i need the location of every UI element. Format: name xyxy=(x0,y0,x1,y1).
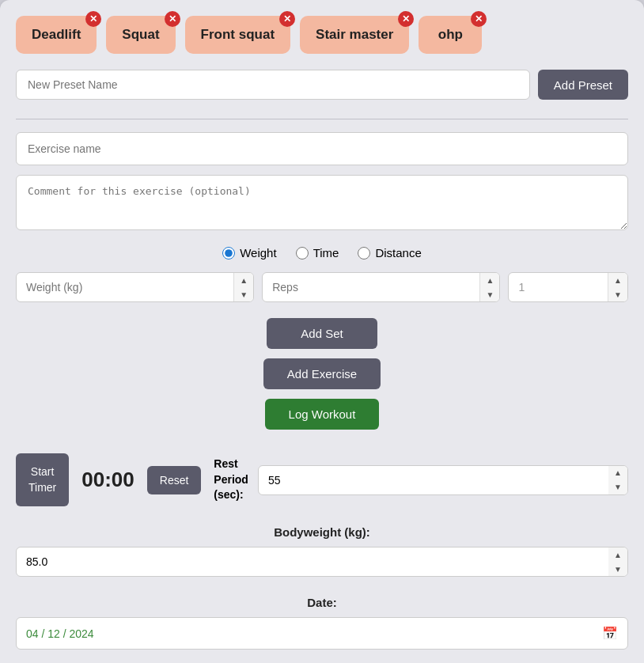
timer-display: 00:00 xyxy=(81,468,134,492)
preset-label-front-squat: Front squat xyxy=(201,27,275,42)
rest-period-label: RestPeriod(sec): xyxy=(214,457,248,503)
date-label: Date: xyxy=(16,596,628,609)
bodyweight-spin-up[interactable]: ▲ xyxy=(608,547,627,562)
rest-period-input-wrap: ▲ ▼ xyxy=(258,465,628,495)
add-exercise-button[interactable]: Add Exercise xyxy=(263,358,381,389)
reps-spin-down[interactable]: ▼ xyxy=(480,287,499,301)
preset-chip-deadlift[interactable]: Deadlift ✕ xyxy=(16,16,97,54)
set-inputs-row: ▲ ▼ ▲ ▼ ▲ ▼ xyxy=(16,272,628,302)
bodyweight-spin-down[interactable]: ▼ xyxy=(608,562,627,576)
presets-row: Deadlift ✕ Squat ✕ Front squat ✕ Stair m… xyxy=(16,16,628,54)
bodyweight-input-wrap: ▲ ▼ xyxy=(16,547,628,577)
preset-label-deadlift: Deadlift xyxy=(32,27,81,42)
preset-chip-front-squat[interactable]: Front squat ✕ xyxy=(185,16,291,54)
date-input-wrap: 📅 xyxy=(16,617,628,650)
action-buttons: Add Set Add Exercise Log Workout xyxy=(16,318,628,430)
remove-preset-stair-master[interactable]: ✕ xyxy=(398,11,414,27)
bodyweight-spin-btns: ▲ ▼ xyxy=(608,547,627,576)
exercise-comment-textarea[interactable] xyxy=(16,175,628,230)
exercise-name-input[interactable] xyxy=(16,132,628,165)
remove-preset-ohp[interactable]: ✕ xyxy=(471,11,487,27)
log-workout-button[interactable]: Log Workout xyxy=(265,399,380,430)
preset-label-squat: Squat xyxy=(122,27,159,42)
calendar-icon[interactable]: 📅 xyxy=(593,618,627,649)
reps-spin-up[interactable]: ▲ xyxy=(480,273,499,287)
radio-distance-label: Distance xyxy=(375,246,421,260)
preset-chip-stair-master[interactable]: Stair master ✕ xyxy=(300,16,409,54)
timer-section: StartTimer 00:00 Reset RestPeriod(sec): … xyxy=(16,453,628,506)
preset-label-ohp: ohp xyxy=(438,27,463,42)
section-divider xyxy=(16,119,628,119)
start-timer-button[interactable]: StartTimer xyxy=(16,453,69,506)
count-input[interactable] xyxy=(509,273,608,301)
add-preset-button[interactable]: Add Preset xyxy=(538,70,628,100)
metric-radio-group: Weight Time Distance xyxy=(16,246,628,260)
radio-distance[interactable]: Distance xyxy=(358,246,421,260)
app-container: Deadlift ✕ Squat ✕ Front squat ✕ Stair m… xyxy=(0,0,644,663)
radio-time[interactable]: Time xyxy=(296,246,339,260)
count-spin-up[interactable]: ▲ xyxy=(608,273,627,287)
reset-timer-button[interactable]: Reset xyxy=(147,466,202,494)
radio-weight-input[interactable] xyxy=(222,247,235,260)
radio-time-label: Time xyxy=(313,246,339,260)
add-set-button[interactable]: Add Set xyxy=(267,318,377,349)
reps-input[interactable] xyxy=(263,273,479,301)
weight-spin-up[interactable]: ▲ xyxy=(234,273,253,287)
radio-time-input[interactable] xyxy=(296,247,309,260)
radio-distance-input[interactable] xyxy=(358,247,370,260)
rest-period-input[interactable] xyxy=(259,466,608,494)
new-preset-input[interactable] xyxy=(16,70,530,100)
weight-input-group: ▲ ▼ xyxy=(16,272,254,302)
new-preset-row: Add Preset xyxy=(16,70,628,100)
date-input[interactable] xyxy=(17,619,593,648)
remove-preset-deadlift[interactable]: ✕ xyxy=(85,11,101,27)
rest-spin-btns: ▲ ▼ xyxy=(608,466,627,494)
rest-spin-up[interactable]: ▲ xyxy=(608,466,627,480)
bodyweight-input[interactable] xyxy=(17,547,608,576)
date-section: Date: 📅 xyxy=(16,596,628,650)
bodyweight-section: Bodyweight (kg): ▲ ▼ xyxy=(16,525,628,577)
weight-input[interactable] xyxy=(17,273,233,301)
preset-chip-ohp[interactable]: ohp ✕ xyxy=(419,16,482,54)
radio-weight-label: Weight xyxy=(240,246,276,260)
rest-spin-down[interactable]: ▼ xyxy=(608,480,627,494)
rest-period-group: RestPeriod(sec): ▲ ▼ xyxy=(214,457,628,503)
preset-chip-squat[interactable]: Squat ✕ xyxy=(106,16,175,54)
preset-label-stair-master: Stair master xyxy=(316,27,393,42)
weight-spin-down[interactable]: ▼ xyxy=(234,287,253,301)
remove-preset-front-squat[interactable]: ✕ xyxy=(279,11,295,27)
bodyweight-label: Bodyweight (kg): xyxy=(16,525,628,539)
reps-spin-btns: ▲ ▼ xyxy=(479,273,499,301)
count-spin-btns: ▲ ▼ xyxy=(608,273,627,301)
radio-weight[interactable]: Weight xyxy=(222,246,276,260)
count-spin-down[interactable]: ▼ xyxy=(608,287,627,301)
reps-input-group: ▲ ▼ xyxy=(262,272,500,302)
weight-spin-btns: ▲ ▼ xyxy=(233,273,253,301)
remove-preset-squat[interactable]: ✕ xyxy=(165,11,180,27)
count-input-group: ▲ ▼ xyxy=(508,272,628,302)
